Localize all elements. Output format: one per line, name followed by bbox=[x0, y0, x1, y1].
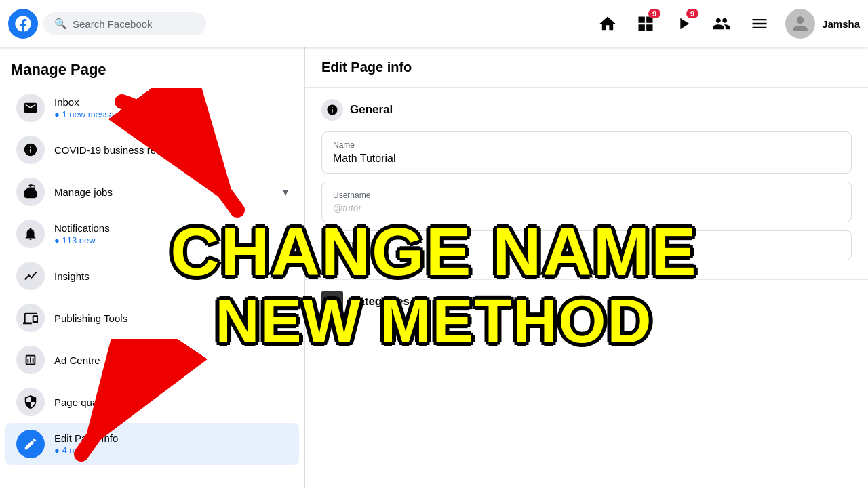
sidebar: Manage Page Inbox 1 new message and 4 ne… bbox=[0, 47, 305, 488]
inbox-sublabel: 1 new message and 4 new comments bbox=[54, 109, 288, 119]
page-quality-icon bbox=[16, 388, 45, 416]
watch-button[interactable]: 9 bbox=[666, 6, 701, 41]
notifications-label: Notifications bbox=[54, 222, 288, 234]
name-field[interactable]: Name Math Tutorial bbox=[321, 131, 852, 174]
sidebar-item-covid[interactable]: COVID-19 business resources bbox=[5, 129, 299, 171]
general-title: General bbox=[350, 103, 393, 117]
covid-label: COVID-19 business resources bbox=[54, 144, 288, 156]
edit-page-info-sublabel: 4 new bbox=[54, 445, 288, 455]
description-field[interactable]: Description bbox=[321, 230, 852, 260]
publishing-tools-icon bbox=[16, 304, 45, 332]
insights-label: Insights bbox=[54, 270, 288, 282]
search-placeholder: Search Facebook bbox=[73, 18, 153, 30]
page-quality-label: Page quality bbox=[54, 396, 288, 408]
home-button[interactable] bbox=[590, 6, 625, 41]
facebook-logo[interactable] bbox=[8, 9, 38, 39]
sidebar-item-ad-centre[interactable]: Ad Centre bbox=[5, 339, 299, 381]
manage-jobs-icon bbox=[16, 178, 45, 206]
manage-jobs-label: Manage jobs bbox=[54, 186, 273, 198]
edit-page-card: Edit Page info General Name Math Tutoria… bbox=[305, 47, 868, 488]
watch-badge: 9 bbox=[686, 9, 698, 18]
edit-page-header: Edit Page info bbox=[305, 47, 868, 88]
general-icon bbox=[321, 99, 343, 121]
sidebar-title: Manage Page bbox=[0, 56, 304, 87]
sidebar-item-inbox[interactable]: Inbox 1 new message and 4 new comments bbox=[5, 87, 299, 129]
covid-icon bbox=[16, 136, 45, 164]
inbox-label: Inbox bbox=[54, 96, 288, 108]
sidebar-item-notifications[interactable]: Notifications 113 new bbox=[5, 213, 299, 255]
ad-centre-label: Ad Centre bbox=[54, 354, 288, 366]
menu-button[interactable] bbox=[742, 6, 777, 41]
edit-page-info-label: Edit Page Info bbox=[54, 432, 288, 444]
top-navigation: 🔍 Search Facebook 9 9 Jamsha bbox=[0, 0, 868, 47]
ad-centre-icon bbox=[16, 346, 45, 374]
notifications-sublabel: 113 new bbox=[54, 235, 288, 245]
notifications-icon bbox=[16, 220, 45, 248]
sidebar-item-insights[interactable]: Insights bbox=[5, 255, 299, 297]
description-label: Description bbox=[333, 239, 840, 249]
sidebar-item-page-quality[interactable]: Page quality bbox=[5, 381, 299, 423]
inbox-icon bbox=[16, 94, 45, 122]
insights-icon bbox=[16, 262, 45, 290]
main-layout: Manage Page Inbox 1 new message and 4 ne… bbox=[0, 47, 868, 488]
edit-page-info-icon bbox=[16, 430, 45, 458]
pages-badge: 9 bbox=[648, 9, 660, 18]
categories-icon bbox=[321, 291, 343, 312]
username-label: Username bbox=[333, 190, 840, 200]
categories-title: Categories bbox=[350, 295, 410, 308]
pages-button[interactable]: 9 bbox=[628, 6, 663, 41]
search-icon: 🔍 bbox=[54, 18, 67, 30]
general-section: General Name Math Tutorial Username @tut… bbox=[305, 88, 868, 279]
right-panel: Edit Page info General Name Math Tutoria… bbox=[305, 47, 868, 488]
username-value: @tutor bbox=[333, 203, 840, 214]
avatar[interactable] bbox=[785, 9, 815, 39]
publishing-tools-label: Publishing Tools bbox=[54, 312, 288, 324]
chevron-icon: ▾ bbox=[283, 186, 288, 199]
groups-button[interactable] bbox=[704, 6, 739, 41]
name-value: Math Tutorial bbox=[333, 152, 840, 165]
user-name: Jamsha bbox=[822, 18, 860, 30]
sidebar-item-manage-jobs[interactable]: Manage jobs ▾ bbox=[5, 171, 299, 213]
sidebar-item-publishing-tools[interactable]: Publishing Tools bbox=[5, 297, 299, 339]
name-label: Name bbox=[333, 140, 840, 150]
search-bar[interactable]: 🔍 Search Facebook bbox=[43, 12, 206, 35]
categories-section: Categories bbox=[305, 279, 868, 323]
username-field[interactable]: Username @tutor bbox=[321, 182, 852, 222]
sidebar-item-edit-page-info[interactable]: Edit Page Info 4 new bbox=[5, 423, 299, 465]
nav-icons: 9 9 Jamsha bbox=[590, 6, 860, 41]
